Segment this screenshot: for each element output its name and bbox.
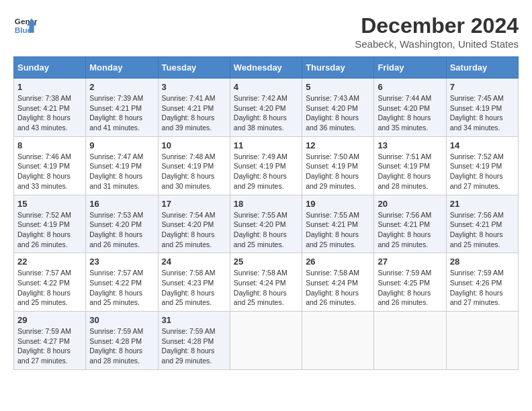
day-detail: Sunrise: 7:41 AMSunset: 4:21 PMDaylight:… (162, 94, 216, 132)
calendar-day-cell: 29 Sunrise: 7:59 AMSunset: 4:27 PMDaylig… (14, 312, 86, 370)
day-detail: Sunrise: 7:59 AMSunset: 4:26 PMDaylight:… (450, 269, 504, 306)
day-number: 21 (450, 199, 515, 209)
calendar-day-cell: 8 Sunrise: 7:46 AMSunset: 4:19 PMDayligh… (14, 136, 86, 195)
day-detail: Sunrise: 7:57 AMSunset: 4:22 PMDaylight:… (17, 269, 71, 306)
day-number: 24 (162, 257, 226, 267)
day-number: 10 (162, 140, 226, 150)
day-detail: Sunrise: 7:44 AMSunset: 4:20 PMDaylight:… (378, 94, 431, 132)
day-detail: Sunrise: 7:58 AMSunset: 4:23 PMDaylight:… (162, 269, 216, 306)
day-number: 4 (234, 82, 298, 92)
day-number: 1 (17, 82, 82, 92)
day-detail: Sunrise: 7:58 AMSunset: 4:24 PMDaylight:… (234, 269, 287, 306)
calendar-day-cell: 2 Sunrise: 7:39 AMSunset: 4:21 PMDayligh… (86, 79, 158, 137)
weekday-header: Friday (374, 57, 446, 79)
day-number: 22 (17, 257, 82, 267)
calendar-day-cell: 1 Sunrise: 7:38 AMSunset: 4:21 PMDayligh… (14, 79, 86, 137)
calendar-day-cell (230, 312, 302, 370)
day-detail: Sunrise: 7:52 AMSunset: 4:19 PMDaylight:… (17, 211, 71, 248)
calendar-day-cell: 28 Sunrise: 7:59 AMSunset: 4:26 PMDaylig… (446, 253, 518, 312)
day-number: 11 (234, 140, 298, 150)
day-number: 29 (17, 315, 82, 325)
calendar-day-cell: 15 Sunrise: 7:52 AMSunset: 4:19 PMDaylig… (14, 195, 86, 253)
calendar-day-cell: 27 Sunrise: 7:59 AMSunset: 4:25 PMDaylig… (374, 253, 446, 312)
calendar-day-cell: 18 Sunrise: 7:55 AMSunset: 4:20 PMDaylig… (230, 195, 302, 253)
day-number: 28 (450, 257, 515, 267)
weekday-header: Monday (86, 57, 158, 79)
day-number: 13 (378, 140, 442, 150)
calendar-day-cell (302, 312, 374, 370)
day-number: 12 (306, 140, 370, 150)
day-detail: Sunrise: 7:59 AMSunset: 4:28 PMDaylight:… (162, 327, 216, 365)
day-detail: Sunrise: 7:39 AMSunset: 4:21 PMDaylight:… (89, 94, 143, 132)
day-number: 26 (306, 257, 370, 267)
weekday-header: Sunday (14, 57, 86, 79)
page-title: December 2024 (355, 13, 519, 38)
day-detail: Sunrise: 7:43 AMSunset: 4:20 PMDaylight:… (306, 94, 359, 132)
calendar-table: SundayMondayTuesdayWednesdayThursdayFrid… (13, 56, 519, 370)
calendar-day-cell: 16 Sunrise: 7:53 AMSunset: 4:20 PMDaylig… (86, 195, 158, 253)
day-number: 6 (378, 82, 442, 92)
calendar-week-row: 8 Sunrise: 7:46 AMSunset: 4:19 PMDayligh… (14, 136, 519, 195)
day-number: 23 (89, 257, 154, 267)
day-number: 8 (17, 140, 82, 150)
day-detail: Sunrise: 7:58 AMSunset: 4:24 PMDaylight:… (306, 269, 359, 306)
calendar-day-cell: 19 Sunrise: 7:55 AMSunset: 4:21 PMDaylig… (302, 195, 374, 253)
day-number: 20 (378, 199, 442, 209)
day-detail: Sunrise: 7:53 AMSunset: 4:20 PMDaylight:… (89, 211, 143, 248)
calendar-day-cell: 4 Sunrise: 7:42 AMSunset: 4:20 PMDayligh… (230, 79, 302, 137)
day-detail: Sunrise: 7:38 AMSunset: 4:21 PMDaylight:… (17, 94, 71, 132)
calendar-day-cell: 14 Sunrise: 7:52 AMSunset: 4:19 PMDaylig… (446, 136, 518, 195)
day-number: 3 (162, 82, 226, 92)
day-detail: Sunrise: 7:56 AMSunset: 4:21 PMDaylight:… (378, 211, 431, 248)
calendar-day-cell: 26 Sunrise: 7:58 AMSunset: 4:24 PMDaylig… (302, 253, 374, 312)
day-detail: Sunrise: 7:54 AMSunset: 4:20 PMDaylight:… (162, 211, 216, 248)
day-number: 18 (234, 199, 298, 209)
calendar-day-cell: 5 Sunrise: 7:43 AMSunset: 4:20 PMDayligh… (302, 79, 374, 137)
day-detail: Sunrise: 7:59 AMSunset: 4:27 PMDaylight:… (17, 327, 71, 365)
calendar-header-row: SundayMondayTuesdayWednesdayThursdayFrid… (14, 57, 519, 79)
calendar-day-cell: 31 Sunrise: 7:59 AMSunset: 4:28 PMDaylig… (158, 312, 230, 370)
day-number: 14 (450, 140, 515, 150)
calendar-day-cell: 22 Sunrise: 7:57 AMSunset: 4:22 PMDaylig… (14, 253, 86, 312)
day-detail: Sunrise: 7:46 AMSunset: 4:19 PMDaylight:… (17, 152, 71, 190)
calendar-week-row: 29 Sunrise: 7:59 AMSunset: 4:27 PMDaylig… (14, 312, 519, 370)
day-detail: Sunrise: 7:45 AMSunset: 4:19 PMDaylight:… (450, 94, 504, 132)
calendar-week-row: 15 Sunrise: 7:52 AMSunset: 4:19 PMDaylig… (14, 195, 519, 253)
day-detail: Sunrise: 7:51 AMSunset: 4:19 PMDaylight:… (378, 152, 431, 190)
day-detail: Sunrise: 7:48 AMSunset: 4:19 PMDaylight:… (162, 152, 216, 190)
day-number: 16 (89, 199, 154, 209)
page-header: General Blue December 2024 Seabeck, Wash… (13, 13, 519, 50)
calendar-day-cell: 9 Sunrise: 7:47 AMSunset: 4:19 PMDayligh… (86, 136, 158, 195)
calendar-day-cell: 7 Sunrise: 7:45 AMSunset: 4:19 PMDayligh… (446, 79, 518, 137)
calendar-day-cell: 11 Sunrise: 7:49 AMSunset: 4:19 PMDaylig… (230, 136, 302, 195)
weekday-header: Wednesday (230, 57, 302, 79)
weekday-header: Saturday (446, 57, 518, 79)
day-detail: Sunrise: 7:55 AMSunset: 4:21 PMDaylight:… (306, 211, 359, 248)
day-number: 31 (162, 315, 226, 325)
day-number: 17 (162, 199, 226, 209)
day-number: 15 (17, 199, 82, 209)
calendar-week-row: 1 Sunrise: 7:38 AMSunset: 4:21 PMDayligh… (14, 79, 519, 137)
day-detail: Sunrise: 7:59 AMSunset: 4:25 PMDaylight:… (378, 269, 431, 306)
day-detail: Sunrise: 7:55 AMSunset: 4:20 PMDaylight:… (234, 211, 287, 248)
day-number: 7 (450, 82, 515, 92)
calendar-day-cell: 25 Sunrise: 7:58 AMSunset: 4:24 PMDaylig… (230, 253, 302, 312)
calendar-day-cell: 23 Sunrise: 7:57 AMSunset: 4:22 PMDaylig… (86, 253, 158, 312)
calendar-day-cell: 12 Sunrise: 7:50 AMSunset: 4:19 PMDaylig… (302, 136, 374, 195)
day-number: 27 (378, 257, 442, 267)
day-detail: Sunrise: 7:59 AMSunset: 4:28 PMDaylight:… (89, 327, 143, 365)
calendar-day-cell (374, 312, 446, 370)
day-number: 30 (89, 315, 154, 325)
day-number: 9 (89, 140, 154, 150)
calendar-week-row: 22 Sunrise: 7:57 AMSunset: 4:22 PMDaylig… (14, 253, 519, 312)
day-detail: Sunrise: 7:47 AMSunset: 4:19 PMDaylight:… (89, 152, 143, 190)
day-number: 5 (306, 82, 370, 92)
day-detail: Sunrise: 7:49 AMSunset: 4:19 PMDaylight:… (234, 152, 287, 190)
day-detail: Sunrise: 7:56 AMSunset: 4:21 PMDaylight:… (450, 211, 504, 248)
day-detail: Sunrise: 7:42 AMSunset: 4:20 PMDaylight:… (234, 94, 287, 132)
calendar-day-cell: 24 Sunrise: 7:58 AMSunset: 4:23 PMDaylig… (158, 253, 230, 312)
day-detail: Sunrise: 7:50 AMSunset: 4:19 PMDaylight:… (306, 152, 359, 190)
calendar-day-cell (446, 312, 518, 370)
weekday-header: Tuesday (158, 57, 230, 79)
day-detail: Sunrise: 7:52 AMSunset: 4:19 PMDaylight:… (450, 152, 504, 190)
